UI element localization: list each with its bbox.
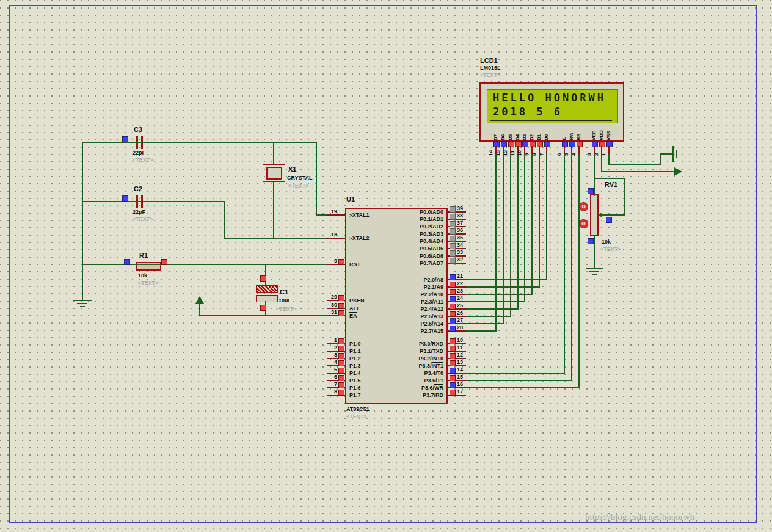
pin-number: 22 [457,280,463,286]
wire [465,279,547,280]
wire [594,178,625,179]
lcd-pin-number: 12 [503,141,509,156]
wire [594,153,595,196]
lcd-pin-label: D3 [522,122,528,140]
pin-number: 13 [457,359,463,365]
wire [594,235,595,269]
pin-state-indicator [450,214,456,220]
pin-label: P3.1/TXD [365,348,443,354]
rv1-increase-button[interactable]: ↻ [579,202,588,211]
lcd-pin-label: D4 [515,122,521,140]
lcd-pin-number: 3 [586,141,592,156]
lcd-pin-label: E [561,122,567,140]
wire [503,153,504,324]
rv1-terminal [588,238,594,244]
pin-label: P1.5 [349,377,361,384]
pin-label: P3.2/INT0 [365,355,443,362]
lcd-cursor-line [490,120,612,121]
wire [524,153,525,302]
wire [676,150,677,158]
wire [465,316,511,317]
lcd-pin-number: 4 [571,141,577,156]
wire [624,178,625,216]
wire [465,294,533,295]
pin-label: P2.3/A11 [365,299,443,305]
pin-label: P3.6/WR [365,385,443,391]
pin-number: 38 [457,213,463,219]
r1-terminal [124,259,130,265]
pin-state-indicator [450,258,456,264]
pin-state-indicator [450,353,456,359]
pin-label: P0.7/AD7 [365,260,443,266]
pin-state-indicator [338,310,344,316]
r1-terminal [161,259,167,265]
pin-number: 32 [457,257,463,263]
lcd-pin-label: RS [576,122,582,140]
pin-state-indicator [450,274,456,280]
pin-number: 27 [457,317,463,323]
wire [82,142,317,143]
crystal-x1[interactable] [266,167,282,180]
wire [586,268,603,269]
lcd-pin-number: 13 [495,141,501,156]
rv1-decrease-button[interactable]: ↺ [579,219,588,228]
lcd-pin-label: RW [569,122,575,140]
watermark-url: https://blog.csdn.net/honorwh [585,512,694,522]
mcu-ref: U1 [346,195,355,203]
pin-label: P1.0 [349,341,361,347]
rv1-value: 10k [602,239,611,245]
pin-state-indicator [544,141,550,147]
pin-state-indicator [450,346,456,352]
pin-label: P1.3 [349,363,361,369]
pin-state-indicator [577,141,583,147]
pin-state-indicator [450,206,456,213]
power-symbol-right [674,167,682,176]
wire [601,214,625,216]
rv1-text-placeholder: <TEXT> [600,246,621,252]
wire [608,164,661,165]
r1-value: 10k [138,272,147,279]
pin-state-indicator [450,228,456,235]
capacitor-c1[interactable] [256,285,278,293]
pin-state-indicator [338,375,344,381]
wire [510,153,511,317]
lcd-line-1: HELLO HONORWH [493,92,606,104]
c2-ref: C2 [134,185,142,192]
lcd-pin-label: D1 [536,122,542,140]
lcd-pin-label: VDD [599,122,605,140]
pin-state-indicator [450,382,456,388]
lcd-pin-number: 6 [556,141,563,156]
wire [589,271,599,272]
lcd-pin-number: 8 [531,141,537,156]
rv1-terminal [588,188,594,194]
pin-label: P3.5/T1 [365,377,443,384]
c1-ref: C1 [280,288,288,296]
wire [672,146,674,162]
lcd-pin-label: D0 [544,122,550,140]
pin-state-indicator [450,326,456,332]
wire [578,153,580,388]
pin-state-indicator [450,296,456,302]
pin-state-indicator [450,289,456,295]
pin-number: 19 [321,208,337,214]
c1-terminal [260,275,266,282]
pin-state-indicator [338,303,344,309]
lcd-ref: LCD1 [480,57,498,64]
pin-number: 23 [457,288,463,294]
pin-state-indicator [450,368,456,374]
r1-ref: R1 [139,252,148,259]
wire [465,380,572,381]
pin-state-indicator [450,360,456,366]
wire [601,171,675,172]
pin-number: 39 [457,205,463,211]
pin-state-indicator [338,353,344,359]
lcd-pin-label: D2 [529,122,535,140]
pin-state-indicator [450,282,456,288]
pin-stub [578,146,580,154]
wire [77,303,87,304]
wire [82,264,330,265]
pin-label: P2.6/A14 [365,321,443,327]
pin-state-indicator [450,375,456,381]
c1-terminal [260,305,266,311]
lcd-pin-label: D6 [500,122,506,140]
